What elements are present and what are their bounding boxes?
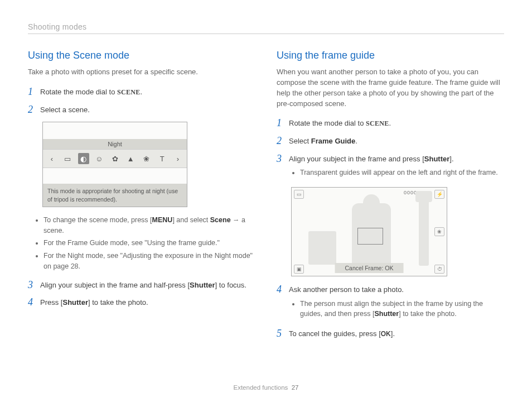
macro-icon: ❀ bbox=[434, 227, 444, 236]
text: To cancel the guides, press [ bbox=[289, 329, 381, 338]
step-number: 4 bbox=[277, 284, 283, 295]
step-number: 2 bbox=[28, 104, 35, 116]
scene-step-1: 1 Rotate the mode dial to SCENE. bbox=[28, 87, 255, 98]
menu-label: MENU bbox=[152, 216, 173, 224]
frame-guide-label: Frame Guide bbox=[311, 137, 355, 145]
frame-guide-title: Using the frame guide bbox=[277, 50, 504, 61]
frame-guide-screen: ▭ ▣ 0000 ▮ ▯▯ ⚡ ❀ ⏱ Cancel Frame: OK bbox=[291, 187, 447, 276]
note-item: To change the scene mode, press [MENU] a… bbox=[43, 215, 255, 236]
text: Select bbox=[289, 137, 311, 145]
scene-step-3: 3 Align your subject in the frame and ha… bbox=[28, 280, 255, 291]
text: ]. bbox=[391, 329, 395, 338]
sub-notes: The person must align the subject in the… bbox=[289, 299, 504, 320]
frame-icon: ▭ bbox=[294, 190, 304, 199]
text: Align your subject in the frame and pres… bbox=[289, 155, 424, 163]
screen-blank bbox=[43, 168, 187, 184]
children-icon: ✿ bbox=[109, 153, 120, 164]
step-number: 1 bbox=[277, 118, 283, 129]
scene-step-4: 4 Press [Shutter] to take the photo. bbox=[28, 297, 255, 308]
note-item: For the Frame Guide mode, see "Using the… bbox=[43, 238, 255, 248]
step-text: Select Frame Guide. bbox=[289, 136, 504, 147]
scene-description: This mode is appropriate for shooting at… bbox=[43, 184, 187, 206]
text: ] to take the photo. bbox=[88, 298, 148, 307]
night-icon: ◐ bbox=[78, 153, 89, 164]
landscape-icon: ▲ bbox=[125, 153, 136, 164]
text: ]. bbox=[449, 155, 453, 163]
frame-step-3: 3 Align your subject in the frame and pr… bbox=[277, 154, 504, 180]
scene-label: SCENE bbox=[366, 119, 389, 127]
cancel-frame-label: Cancel Frame: OK bbox=[335, 263, 404, 273]
page-number: 27 bbox=[292, 384, 299, 391]
step-text: Select a scene. bbox=[40, 104, 255, 116]
sub-notes: Transparent guides will appear on the le… bbox=[289, 168, 504, 178]
scene-label: SCENE bbox=[117, 88, 141, 96]
right-column: Using the frame guide When you want anot… bbox=[277, 50, 504, 346]
step-number: 3 bbox=[28, 280, 35, 291]
frame-guide-icon: ▭ bbox=[62, 153, 73, 164]
text: . bbox=[141, 88, 143, 96]
step-number: 2 bbox=[277, 136, 283, 147]
closeup-icon: ❀ bbox=[141, 153, 152, 164]
shutter-label: Shutter bbox=[424, 155, 450, 163]
step-text: To cancel the guides, press [OK]. bbox=[289, 328, 504, 339]
page-footer: Extended functions 27 bbox=[0, 384, 532, 391]
text: . bbox=[389, 119, 391, 127]
note-item: The person must align the subject in the… bbox=[300, 299, 504, 320]
osd-left-column: ▭ ▣ bbox=[294, 190, 305, 274]
timer-icon: ⏱ bbox=[434, 265, 444, 274]
scene-notes: To change the scene mode, press [MENU] a… bbox=[28, 215, 255, 272]
step-text: Rotate the mode dial to SCENE. bbox=[289, 118, 504, 129]
portrait-icon: ☺ bbox=[94, 153, 105, 164]
ok-label: OK bbox=[381, 330, 391, 338]
text: . bbox=[355, 137, 357, 145]
text: Rotate the mode dial to bbox=[289, 119, 366, 127]
scene-word: Scene bbox=[210, 216, 231, 224]
mode-icon: ▣ bbox=[294, 265, 304, 274]
frame-guide-intro: When you want another person to take a p… bbox=[277, 67, 504, 109]
text: ] and select bbox=[172, 216, 210, 224]
step-number: 3 bbox=[277, 154, 283, 165]
section-header: Shooting modes bbox=[28, 22, 504, 34]
text: To change the scene mode, press [ bbox=[43, 216, 152, 224]
step-text: Ask another person to take a photo. The … bbox=[289, 284, 504, 322]
nav-right-icon: › bbox=[172, 153, 183, 164]
shutter-label: Shutter bbox=[374, 310, 399, 318]
nav-left-icon: ‹ bbox=[46, 153, 57, 164]
text: ] to take the photo. bbox=[399, 310, 457, 318]
frame-step-5: 5 To cancel the guides, press [OK]. bbox=[277, 328, 504, 339]
text-icon: T bbox=[157, 153, 168, 164]
text: Rotate the mode dial to bbox=[40, 88, 117, 96]
content-columns: Using the Scene mode Take a photo with o… bbox=[28, 50, 504, 346]
text: Press [ bbox=[40, 298, 62, 307]
scene-step-2: 2 Select a scene. bbox=[28, 104, 255, 116]
scene-mode-title: Using the Scene mode bbox=[28, 50, 255, 61]
footer-section: Extended functions bbox=[233, 384, 288, 391]
osd-right-column: ⚡ ❀ ⏱ bbox=[433, 190, 444, 274]
silhouette bbox=[308, 231, 336, 265]
scene-icon-row: ‹ ▭ ◐ ☺ ✿ ▲ ❀ T › bbox=[43, 149, 187, 168]
step-text: Rotate the mode dial to SCENE. bbox=[40, 87, 255, 98]
flash-icon: ⚡ bbox=[434, 190, 444, 199]
step-text: Align your subject in the frame and half… bbox=[40, 280, 255, 291]
text: Ask another person to take a photo. bbox=[289, 285, 404, 294]
scene-mode-intro: Take a photo with options preset for a s… bbox=[28, 67, 255, 78]
step-number: 5 bbox=[277, 328, 283, 339]
frame-step-1: 1 Rotate the mode dial to SCENE. bbox=[277, 118, 504, 129]
step-text: Press [Shutter] to take the photo. bbox=[40, 297, 255, 308]
screen-blank bbox=[43, 122, 187, 139]
text: ] to focus. bbox=[215, 281, 246, 289]
text: Align your subject in the frame and half… bbox=[40, 281, 190, 289]
frame-step-4: 4 Ask another person to take a photo. Th… bbox=[277, 284, 504, 322]
silhouette bbox=[419, 192, 429, 266]
silhouette bbox=[415, 191, 432, 202]
left-column: Using the Scene mode Take a photo with o… bbox=[28, 50, 255, 346]
step-text: Align your subject in the frame and pres… bbox=[289, 154, 504, 180]
note-item: Transparent guides will appear on the le… bbox=[300, 168, 504, 178]
step-number: 1 bbox=[28, 87, 35, 98]
shutter-label: Shutter bbox=[190, 281, 215, 289]
step-number: 4 bbox=[28, 297, 35, 308]
scene-name-band: Night bbox=[43, 139, 187, 149]
focus-box bbox=[357, 228, 383, 245]
shutter-label: Shutter bbox=[62, 298, 88, 307]
scene-selector-screen: Night ‹ ▭ ◐ ☺ ✿ ▲ ❀ T › This mode is app… bbox=[42, 122, 187, 207]
